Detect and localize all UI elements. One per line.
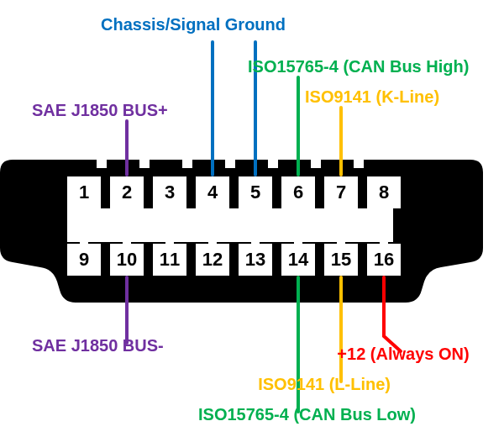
pin-number: 15: [331, 249, 351, 270]
svg-rect-22: [337, 230, 345, 244]
label-can-low: ISO15765-4 (CAN Bus Low): [198, 405, 416, 424]
svg-rect-5: [311, 160, 321, 168]
pin-number: 10: [117, 249, 137, 270]
pin-number: 6: [293, 182, 303, 203]
svg-rect-11: [208, 208, 217, 222]
label-bus-plus: SAE J1850 BUS+: [32, 101, 168, 119]
svg-rect-10: [165, 208, 174, 222]
label-power: +12 (Always ON): [337, 345, 469, 363]
svg-rect-12: [251, 208, 260, 222]
pin-number: 1: [79, 182, 89, 203]
svg-rect-1: [139, 160, 150, 168]
pin-number: 14: [288, 249, 309, 270]
pin-number: 16: [374, 249, 394, 270]
svg-rect-19: [208, 230, 217, 244]
pin-number: 9: [79, 249, 89, 270]
svg-rect-3: [225, 160, 235, 168]
pin-number: 13: [245, 249, 265, 270]
pin-number: 8: [379, 182, 389, 203]
svg-rect-2: [182, 160, 192, 168]
svg-rect-15: [380, 208, 388, 222]
svg-rect-18: [165, 230, 174, 244]
pin-number: 3: [165, 182, 175, 203]
svg-rect-16: [80, 230, 88, 244]
obd2-pinout-diagram: 12345678 910111213141516 Chassis/Signal …: [0, 0, 504, 437]
svg-rect-8: [80, 208, 88, 222]
svg-rect-21: [294, 230, 302, 244]
svg-rect-13: [294, 208, 302, 222]
svg-rect-4: [268, 160, 278, 168]
label-l-line: ISO9141 (L-Line): [258, 375, 391, 393]
pin-number: 4: [207, 182, 218, 203]
pin-number: 5: [250, 182, 260, 203]
svg-rect-23: [380, 230, 388, 244]
svg-rect-9: [123, 208, 131, 222]
label-bus-minus: SAE J1850 BUS-: [32, 336, 164, 355]
label-chassis-ground: Chassis/Signal Ground: [101, 15, 286, 34]
svg-rect-20: [251, 230, 260, 244]
svg-rect-14: [337, 208, 345, 222]
label-k-line: ISO9141 (K-Line): [305, 87, 439, 106]
label-can-high: ISO15765-4 (CAN Bus High): [248, 57, 469, 76]
svg-rect-6: [354, 160, 364, 168]
svg-rect-0: [97, 160, 107, 168]
pin-number: 12: [202, 249, 223, 270]
svg-rect-17: [123, 230, 131, 244]
pin-number: 2: [122, 182, 132, 203]
pin-number: 11: [160, 249, 180, 270]
pin-number: 7: [336, 182, 346, 203]
